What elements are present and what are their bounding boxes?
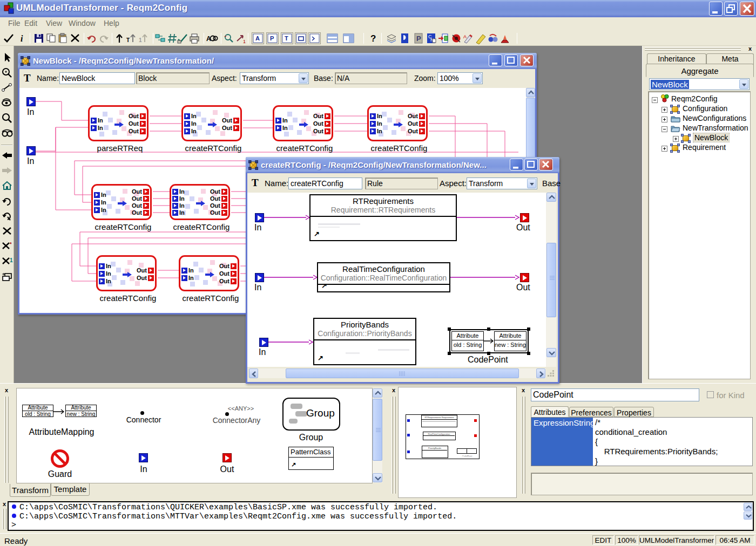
svg-text:P: P: [270, 35, 274, 42]
svg-text:i: i: [21, 34, 23, 43]
svg-text:*: *: [10, 241, 12, 247]
svg-text:?: ?: [370, 33, 376, 44]
svg-text:P: P: [416, 35, 421, 43]
svg-text:A: A: [463, 34, 467, 39]
svg-text:1: 1: [139, 37, 142, 43]
svg-text:T: T: [126, 37, 130, 43]
svg-text:A: A: [255, 35, 260, 42]
svg-text:1: 1: [243, 39, 246, 44]
svg-text:1: 1: [10, 257, 13, 263]
svg-text:+: +: [224, 34, 227, 39]
svg-text:T: T: [285, 35, 288, 42]
